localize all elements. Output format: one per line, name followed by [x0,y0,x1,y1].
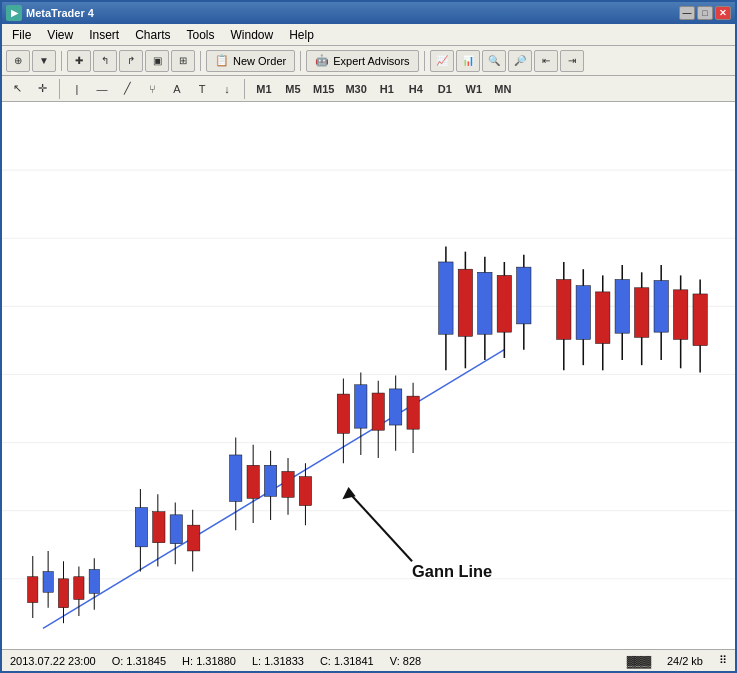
menu-tools[interactable]: Tools [179,26,223,44]
tf-m15[interactable]: M15 [309,79,338,99]
label-tool[interactable]: T [191,79,213,99]
svg-rect-32 [264,465,276,496]
svg-rect-18 [89,570,99,594]
title-bar-text: MetaTrader 4 [26,7,94,19]
svg-rect-16 [74,577,84,600]
status-open: O: 1.31845 [112,655,166,667]
close-button[interactable]: ✕ [715,6,731,20]
svg-rect-44 [390,389,402,425]
svg-rect-60 [576,286,590,340]
svg-rect-66 [635,288,649,338]
svg-rect-46 [407,396,419,429]
svg-rect-72 [693,294,707,346]
svg-rect-22 [153,512,165,543]
svg-rect-36 [299,477,311,506]
toolbar-btn-12[interactable]: ⇤ [534,50,558,72]
svg-rect-24 [170,515,182,544]
arrow-tool[interactable]: ↓ [216,79,238,99]
svg-rect-40 [355,385,367,428]
status-resize-icon: ⠿ [719,654,727,667]
menu-file[interactable]: File [4,26,39,44]
minimize-button[interactable]: — [679,6,695,20]
svg-rect-12 [43,572,53,593]
svg-rect-58 [557,280,571,340]
tf-h1[interactable]: H1 [374,79,400,99]
svg-rect-48 [439,262,453,334]
svg-rect-54 [497,275,511,332]
toolbar-btn-6[interactable]: ▣ [145,50,169,72]
status-low: L: 1.31833 [252,655,304,667]
toolbar-btn-9[interactable]: 📊 [456,50,480,72]
new-order-button[interactable]: 📋 New Order [206,50,295,72]
expert-advisors-button[interactable]: 🤖 Expert Advisors [306,50,418,72]
svg-rect-20 [135,508,147,547]
status-bars-icon: ▓▓▓ [627,655,651,667]
expert-icon: 🤖 [315,54,329,67]
crosshair-tool[interactable]: ✛ [31,79,53,99]
sep-4 [424,51,425,71]
text-tool[interactable]: A [166,79,188,99]
svg-rect-0 [2,102,735,649]
new-order-icon: 📋 [215,54,229,67]
toolbar-btn-8[interactable]: 📈 [430,50,454,72]
sep-t2 [244,79,245,99]
app-icon: ▶ [6,5,22,21]
status-datetime: 2013.07.22 23:00 [10,655,96,667]
tf-m30[interactable]: M30 [341,79,370,99]
svg-rect-70 [673,290,687,340]
svg-rect-38 [337,394,349,433]
svg-rect-34 [282,471,294,497]
svg-rect-42 [372,393,384,430]
title-bar-controls: — □ ✕ [679,6,731,20]
svg-rect-14 [58,579,68,608]
menu-charts[interactable]: Charts [127,26,178,44]
svg-rect-50 [458,269,472,336]
vertical-line-tool[interactable]: | [66,79,88,99]
status-close: C: 1.31841 [320,655,374,667]
svg-rect-62 [596,292,610,344]
cursor-tool[interactable]: ↖ [6,79,28,99]
tf-h4[interactable]: H4 [403,79,429,99]
horizontal-line-tool[interactable]: — [91,79,113,99]
toolbar-btn-11[interactable]: 🔎 [508,50,532,72]
svg-rect-68 [654,281,668,333]
title-bar-left: ▶ MetaTrader 4 [6,5,94,21]
tf-mn[interactable]: MN [490,79,516,99]
chart-svg: Gann Line [2,102,735,649]
toolbar-btn-1[interactable]: ⊕ [6,50,30,72]
menu-insert[interactable]: Insert [81,26,127,44]
tf-w1[interactable]: W1 [461,79,487,99]
expert-label: Expert Advisors [333,55,409,67]
toolbar-btn-2[interactable]: ▼ [32,50,56,72]
sep-3 [300,51,301,71]
sep-1 [61,51,62,71]
main-window: ▶ MetaTrader 4 — □ ✕ File View Insert Ch… [0,0,737,673]
toolbar-btn-10[interactable]: 🔍 [482,50,506,72]
toolbar-btn-13[interactable]: ⇥ [560,50,584,72]
trendline-tool[interactable]: ╱ [116,79,138,99]
sep-t1 [59,79,60,99]
sep-2 [200,51,201,71]
pitchfork-tool[interactable]: ⑂ [141,79,163,99]
tf-m1[interactable]: M1 [251,79,277,99]
svg-rect-30 [247,465,259,498]
tf-d1[interactable]: D1 [432,79,458,99]
menu-bar: File View Insert Charts Tools Window Hel… [2,24,735,46]
toolbar-btn-3[interactable]: ✚ [67,50,91,72]
maximize-button[interactable]: □ [697,6,713,20]
menu-help[interactable]: Help [281,26,322,44]
title-bar: ▶ MetaTrader 4 — □ ✕ [2,2,735,24]
toolbar-btn-7[interactable]: ⊞ [171,50,195,72]
toolbar-btn-5[interactable]: ↱ [119,50,143,72]
toolbar-row-1: ⊕ ▼ ✚ ↰ ↱ ▣ ⊞ 📋 New Order 🤖 Expert Advis… [2,46,735,76]
chart-area[interactable]: Gann Line [2,102,735,649]
menu-view[interactable]: View [39,26,81,44]
menu-window[interactable]: Window [223,26,282,44]
gann-line-label: Gann Line [412,562,492,580]
svg-rect-10 [28,577,38,603]
svg-rect-52 [478,272,492,334]
toolbar-btn-4[interactable]: ↰ [93,50,117,72]
tf-m5[interactable]: M5 [280,79,306,99]
status-filesize: 24/2 kb [667,655,703,667]
new-order-label: New Order [233,55,286,67]
